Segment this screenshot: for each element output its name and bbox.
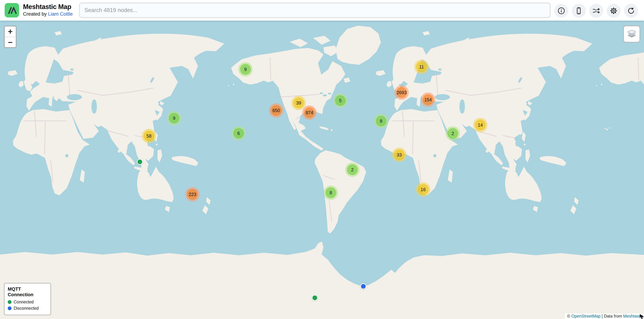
attribution: © OpenStreetMap | Data from Meshtastic — [564, 314, 644, 319]
author-link[interactable]: Liam Cottle — [48, 11, 73, 17]
attribution-middle: | Data from — [600, 314, 623, 319]
node-marker-connected[interactable] — [137, 159, 143, 165]
cluster-count: 58 — [144, 131, 154, 141]
refresh-button[interactable] — [624, 4, 638, 18]
gear-icon — [610, 7, 618, 15]
legend-item-label: Disconnected — [14, 306, 39, 311]
cluster-marker[interactable]: 14 — [473, 118, 488, 132]
cluster-marker[interactable]: 58 — [142, 129, 156, 143]
cluster-marker[interactable]: 16 — [416, 182, 430, 197]
cluster-count: 33 — [394, 149, 405, 160]
cluster-marker[interactable]: 9 — [167, 111, 181, 125]
cluster-marker[interactable]: 2693 — [394, 85, 409, 100]
byline: Created by Liam Cottle — [23, 11, 72, 17]
connected-dot-icon — [8, 300, 12, 304]
cluster-count: 9 — [240, 64, 251, 75]
cluster-marker[interactable]: 33 — [392, 148, 406, 162]
cluster-count: 39 — [293, 97, 304, 108]
search-input[interactable] — [79, 3, 550, 18]
page-title: Meshtastic Map — [23, 3, 72, 11]
openstreetmap-link[interactable]: OpenStreetMap — [572, 314, 600, 319]
marker-layer: 911269315439565087498142586332816223 — [0, 21, 644, 319]
meshtastic-logo-icon — [5, 3, 19, 17]
cluster-count: 874 — [304, 107, 315, 118]
cluster-count: 8 — [376, 116, 386, 126]
cluster-count: 14 — [475, 120, 486, 130]
cluster-count: 6 — [233, 128, 244, 139]
legend-item-connected: Connected — [8, 300, 47, 305]
legend-item-disconnected: Disconnected — [8, 306, 47, 311]
cluster-count: 154 — [422, 94, 434, 105]
cluster-marker[interactable]: 6 — [232, 126, 246, 140]
cluster-count: 2 — [347, 164, 358, 175]
byline-prefix: Created by — [23, 11, 47, 17]
legend-item-label: Connected — [14, 300, 34, 305]
info-button[interactable] — [554, 4, 568, 18]
layers-control[interactable] — [623, 25, 640, 42]
cluster-marker[interactable]: 11 — [414, 60, 429, 74]
cluster-count: 650 — [271, 105, 282, 116]
node-marker-disconnected[interactable] — [360, 283, 366, 289]
map-canvas[interactable]: 911269315439565087498142586332816223 + −… — [0, 21, 644, 319]
cluster-marker[interactable]: 874 — [302, 105, 316, 120]
cluster-marker[interactable]: 2 — [446, 126, 460, 141]
mobile-app-button[interactable] — [572, 4, 586, 18]
cluster-marker[interactable]: 2 — [345, 163, 360, 177]
cluster-count: 8 — [326, 187, 336, 198]
cluster-count: 9 — [169, 113, 180, 124]
cluster-marker[interactable]: 154 — [421, 92, 435, 107]
cluster-count: 2693 — [396, 87, 407, 98]
mqtt-legend: MQTT Connection Connected Disconnected — [4, 283, 51, 315]
layers-icon — [626, 29, 638, 39]
cluster-marker[interactable]: 5 — [333, 93, 348, 108]
disconnected-dot-icon — [8, 307, 12, 310]
shuffle-icon — [592, 7, 600, 15]
legend-title: MQTT Connection — [8, 286, 47, 298]
zoom-in-button[interactable]: + — [5, 26, 16, 37]
cluster-marker[interactable]: 223 — [185, 187, 200, 202]
cluster-count: 223 — [187, 189, 198, 200]
cluster-marker[interactable]: 8 — [324, 186, 338, 200]
random-node-button[interactable] — [589, 4, 603, 18]
cluster-count: 11 — [416, 61, 427, 72]
cluster-count: 5 — [335, 95, 346, 106]
zoom-out-button[interactable]: − — [5, 37, 16, 47]
node-marker-connected[interactable] — [312, 295, 318, 301]
cluster-marker[interactable]: 650 — [269, 103, 283, 118]
cluster-marker[interactable]: 8 — [374, 114, 388, 128]
settings-button[interactable] — [606, 4, 621, 18]
phone-icon — [575, 7, 583, 15]
cluster-count: 2 — [448, 128, 458, 139]
info-icon — [558, 7, 565, 15]
attribution-prefix: © — [567, 314, 571, 319]
cluster-count: 16 — [418, 184, 428, 195]
zoom-control: + − — [4, 26, 16, 48]
title-block: Meshtastic Map Created by Liam Cottle — [23, 3, 72, 17]
cluster-marker[interactable]: 9 — [238, 62, 253, 76]
header-bar: Meshtastic Map Created by Liam Cottle — [0, 0, 644, 21]
refresh-icon — [627, 7, 635, 15]
